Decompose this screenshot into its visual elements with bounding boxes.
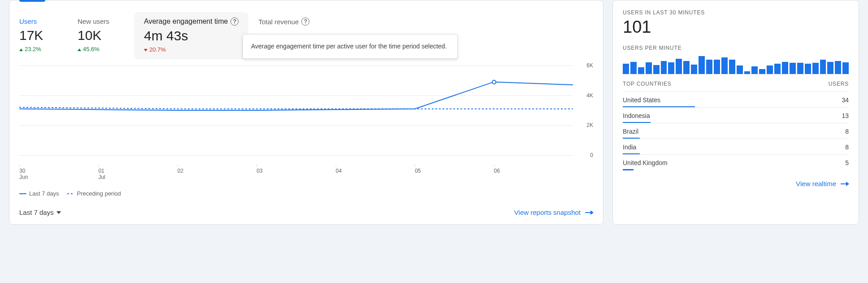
metric-delta: 20.7% [144, 46, 239, 53]
help-icon[interactable]: ? [230, 17, 239, 26]
metric-value: 10K [78, 28, 126, 43]
country-row[interactable]: India8 [623, 139, 849, 154]
chart-legend: Last 7 days Preceding period [19, 190, 593, 197]
metric-value: 17K [19, 28, 68, 43]
metric-label: Total revenue ? [258, 17, 309, 26]
metric-label: Average engagement time ? [144, 17, 239, 26]
realtime-user-count: 101 [623, 17, 849, 37]
countries-header: TOP COUNTRIES USERS [623, 81, 849, 87]
metric-value: 4m 43s [144, 28, 239, 44]
arrow-right-icon [841, 183, 849, 184]
legend-previous: Preceding period [67, 190, 121, 197]
top-countries-list: United States34Indonesia13Brazil8India8U… [623, 91, 849, 170]
engagement-line-chart: 02K4K6K 30Jun01Jul0203040506 [19, 65, 593, 183]
users-per-minute-chart [623, 56, 849, 74]
per-minute-title: USERS PER MINUTE [623, 45, 849, 51]
help-tooltip: Average engagement time per active user … [243, 34, 458, 59]
country-row[interactable]: United Kingdom5 [623, 154, 849, 170]
arrow-right-icon [585, 212, 593, 213]
country-row[interactable]: Brazil8 [623, 123, 849, 139]
chevron-down-icon [56, 211, 61, 214]
engagement-card: Users 17K 23.2% New users 10K 45.6% Aver… [9, 0, 603, 225]
metric-tab-users[interactable]: Users 17K 23.2% [19, 14, 78, 59]
arrow-up-icon [78, 46, 82, 52]
metric-label: New users [78, 17, 126, 25]
active-tab-indicator [19, 0, 45, 2]
view-reports-snapshot-link[interactable]: View reports snapshot [514, 209, 593, 216]
metric-tab-avg-engagement[interactable]: Average engagement time ? 4m 43s 20.7% [134, 12, 248, 59]
legend-current: Last 7 days [19, 190, 59, 197]
realtime-title: USERS IN LAST 30 MINUTES [623, 9, 849, 16]
realtime-card: USERS IN LAST 30 MINUTES 101 USERS PER M… [612, 0, 859, 225]
metric-label: Users [19, 17, 68, 25]
metric-tab-new-users[interactable]: New users 10K 45.6% [78, 14, 136, 59]
date-range-picker[interactable]: Last 7 days [19, 209, 61, 216]
country-row[interactable]: Indonesia13 [623, 107, 849, 123]
solid-line-icon [19, 193, 26, 194]
country-row[interactable]: United States34 [623, 91, 849, 107]
view-realtime-link[interactable]: View realtime [796, 180, 849, 187]
arrow-up-icon [19, 46, 24, 52]
dashed-line-icon [67, 193, 74, 194]
help-icon[interactable]: ? [301, 17, 309, 26]
metric-delta: 23.2% [19, 46, 68, 52]
metric-delta: 45.6% [78, 46, 126, 52]
arrow-down-icon [144, 46, 148, 53]
